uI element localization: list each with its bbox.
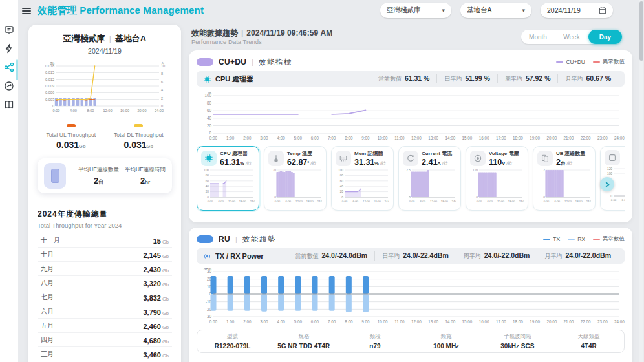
page-title: 效能管理 Performance Management <box>38 5 204 17</box>
station-throughput-chart: 0.0180.0150.0120.0090.0060.00300:004:008… <box>38 59 172 114</box>
svg-text:1:00: 1:00 <box>226 136 235 140</box>
svg-text:23:00: 23:00 <box>597 136 608 140</box>
svg-text:4: 4 <box>161 88 163 92</box>
voltage-icon <box>470 151 486 166</box>
bolt-icon[interactable] <box>4 43 14 54</box>
metric-card[interactable]: UE 連線數量 2台/時 200:006:0012:0018:0024:00 <box>533 146 596 211</box>
svg-text:13:00: 13:00 <box>428 319 438 324</box>
range-tab-week[interactable]: Week <box>555 30 588 44</box>
svg-text:12:00: 12:00 <box>228 200 236 203</box>
svg-text:24:00: 24:00 <box>614 136 625 140</box>
stat-label: 月平均 <box>544 252 562 261</box>
svg-text:40: 40 <box>206 185 209 188</box>
svg-text:9:00: 9:00 <box>361 319 370 324</box>
device-info-col: 頻寬 100 MHz <box>411 330 482 352</box>
svg-text:100: 100 <box>607 172 612 175</box>
svg-text:24:00: 24:00 <box>614 319 625 324</box>
divider <box>72 166 72 186</box>
svg-text:4:00: 4:00 <box>70 109 77 112</box>
menu-icon[interactable] <box>22 8 31 14</box>
stat-item: 當前數值 61.31 % <box>371 74 437 83</box>
month-row: 四月 4,680Gb <box>38 333 172 347</box>
range-tab-month[interactable]: Month <box>521 30 555 44</box>
metric-value: 31.31%/時 <box>354 158 386 167</box>
metric-card[interactable]: Mem 記憶體 31.31%/時 1008060402000:006:0012:… <box>331 146 394 211</box>
monitor-icon[interactable] <box>4 25 14 35</box>
svg-text:6:00: 6:00 <box>554 200 560 203</box>
svg-text:10:00: 10:00 <box>378 136 388 140</box>
stat-value: 51.99 % <box>465 74 490 82</box>
svg-text:0:00: 0:00 <box>209 136 218 140</box>
stat-item: 日平均 24.0/-22.4dBm <box>374 251 456 261</box>
svg-text:24:00: 24:00 <box>250 200 255 203</box>
metric-name: Temp 溫度 <box>287 150 316 157</box>
scrollbar-thumb[interactable] <box>639 1 643 61</box>
device-info-table: 型號 R1220-079L 規格 5G NR TDD 4T4R 頻段 n79 頻… <box>197 330 625 353</box>
month-value: 2,430 <box>143 266 161 273</box>
svg-text:0: 0 <box>207 196 209 199</box>
chevron-down-icon: ▾ <box>522 7 525 14</box>
metric-card[interactable]: Voltage 電壓 110V/時 12000:006:0012:0018:00… <box>466 146 528 211</box>
svg-text:0:00: 0:00 <box>544 200 550 203</box>
month-unit: Gb <box>162 325 169 330</box>
month-value: 4,680 <box>143 337 161 345</box>
svg-text:3:00: 3:00 <box>260 319 268 324</box>
next-cards-button[interactable] <box>600 177 614 191</box>
svg-text:-30: -30 <box>206 314 212 319</box>
svg-text:1:00: 1:00 <box>226 319 235 324</box>
docs-icon[interactable] <box>4 100 14 110</box>
memory-icon <box>336 151 351 166</box>
svg-text:0:00: 0:00 <box>611 198 617 202</box>
svg-text:20:00: 20:00 <box>546 319 557 324</box>
svg-text:5:00: 5:00 <box>294 136 303 140</box>
svg-text:18:00: 18:00 <box>239 200 247 203</box>
svg-text:0:00: 0:00 <box>209 319 218 324</box>
cpu-stats: 當前數值 61.31 % 日平均 51.99 % 周平均 57.92 % 月平均… <box>371 74 618 83</box>
svg-text:16:00: 16:00 <box>479 136 489 140</box>
network-icon[interactable] <box>4 62 14 72</box>
station-title: 亞灣棧貳庫|基地台A <box>38 33 172 45</box>
metric-name: Mem 記憶體 <box>354 150 386 157</box>
svg-text:0: 0 <box>52 104 54 108</box>
metric-card[interactable]: CPU 處理器 61.31%/時 1008060402000:006:0012:… <box>197 146 259 211</box>
cudu-legend: CU+DU 異常數值 <box>556 58 625 66</box>
svg-text:5:00: 5:00 <box>294 319 303 324</box>
station-select[interactable]: 基地台A▾ <box>460 3 531 18</box>
month-label: 十一月 <box>41 236 60 245</box>
site-select[interactable]: 亞灣棧貳庫▾ <box>380 3 451 18</box>
month-value: 15 <box>153 237 161 245</box>
svg-text:20:00: 20:00 <box>138 109 147 112</box>
svg-text:24:00: 24:00 <box>519 200 524 203</box>
svg-text:0.015: 0.015 <box>45 70 54 74</box>
svg-text:2: 2 <box>161 96 163 100</box>
stat-label: 當前數值 <box>295 252 319 261</box>
svg-text:12:00: 12:00 <box>430 200 438 203</box>
svg-text:70: 70 <box>273 169 277 172</box>
device-info-col: 頻段 n79 <box>339 330 410 352</box>
throughput-legend: Total UL Throughput 0.031Gb Total DL Thr… <box>38 118 172 150</box>
month-value: 3,832 <box>143 294 161 302</box>
ru-panel: RU | 效能趨勢 TX RX 異常數值 TX / RX Power 當前數值 … <box>189 228 632 362</box>
metric-name: CPU 處理器 <box>220 150 252 157</box>
svg-text:0: 0 <box>274 196 276 199</box>
svg-text:15:00: 15:00 <box>462 136 473 140</box>
svg-text:0:00: 0:00 <box>208 200 213 203</box>
globe-icon[interactable] <box>4 81 14 91</box>
legend-item: RX <box>568 236 585 242</box>
svg-text:19:00: 19:00 <box>530 319 540 324</box>
stat-label: 當前數值 <box>378 75 402 83</box>
month-value: 2,460 <box>143 323 161 330</box>
svg-text:8: 8 <box>161 72 163 76</box>
icon-rail <box>0 0 18 362</box>
range-tab-day[interactable]: Day <box>588 30 622 44</box>
metric-card[interactable]: Temp 溫度 62.87°/時 7000:006:0012:0018:0024… <box>264 146 327 211</box>
metric-mini-chart: 200:006:0012:0018:0024:00 <box>537 167 591 203</box>
svg-text:18:00: 18:00 <box>374 200 381 203</box>
antenna-icon <box>203 252 211 261</box>
metric-card[interactable]: Current 電流 2.41A/時 2.500:006:0012:0018:0… <box>398 146 461 211</box>
month-row: 九月 2,430Gb <box>38 262 172 276</box>
date-picker[interactable]: 2024/11/19 <box>541 3 613 18</box>
metric-name: UE 連線數量 <box>556 150 585 157</box>
svg-text:台: 台 <box>161 61 164 66</box>
svg-text:Gb: Gb <box>50 61 54 65</box>
